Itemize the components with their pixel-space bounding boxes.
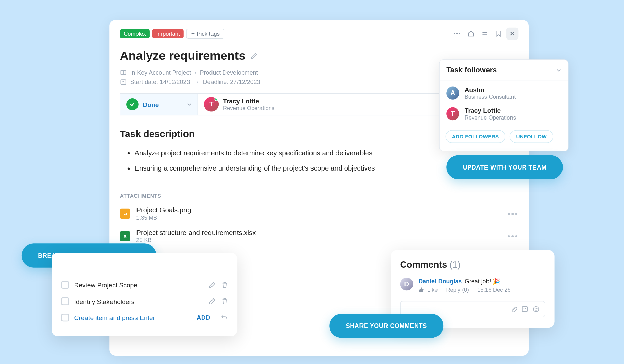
followers-header[interactable]: Task followers (440, 60, 568, 81)
comment-row: D Daniel Douglas Great job! 🎉 Like · Rep… (400, 278, 545, 293)
plus-icon: + (191, 31, 195, 37)
chevron-down-icon (557, 69, 561, 72)
subtask-row: Review Project Scope (61, 277, 228, 293)
callout-update: UPDATE WITH YOUR TEAM (446, 155, 563, 179)
avatar: A (446, 87, 459, 100)
svg-point-8 (525, 308, 526, 309)
trash-icon[interactable] (222, 282, 228, 288)
start-date[interactable]: Start date: 14/12/2023 (130, 78, 190, 85)
collapse-icon[interactable] (479, 28, 491, 40)
reply-button[interactable]: Reply (0) (446, 287, 469, 293)
status-dropdown[interactable]: Done (120, 94, 198, 115)
svg-rect-4 (121, 80, 126, 84)
attachment-more-icon[interactable]: ••• (508, 209, 519, 218)
attachments-label: ATTACHMENTS (120, 193, 518, 199)
chevron-down-icon (187, 103, 192, 106)
tag-complex[interactable]: Complex (120, 29, 150, 38)
breadcrumb-project[interactable]: In Key Account Project (130, 69, 191, 76)
excel-file-icon: X (120, 231, 130, 241)
pick-tags-button[interactable]: + Pick tags (186, 29, 224, 38)
emoji-icon[interactable] (532, 306, 539, 312)
like-button[interactable]: Like (427, 287, 438, 293)
attachment-row[interactable]: X Project structure and requirements.xls… (120, 229, 518, 243)
svg-rect-5 (123, 211, 128, 216)
svg-point-0 (454, 33, 455, 34)
comment-time: 15:16 Dec 26 (477, 287, 511, 293)
subtask-text[interactable]: Review Project Scope (74, 281, 204, 289)
follower-name: Austin (465, 86, 516, 94)
calendar-icon (120, 78, 127, 85)
attachment-row[interactable]: Project Goals.png 1.35 MB ••• (120, 207, 518, 221)
subtask-row: Identify Stakeholders (61, 293, 228, 310)
subtask-text[interactable]: Identify Stakeholders (74, 297, 204, 305)
top-actions (451, 28, 518, 40)
create-subtask-input[interactable]: Create item and press Enter (74, 314, 192, 321)
svg-point-2 (459, 33, 460, 34)
chevron-right-icon: › (195, 69, 197, 76)
task-title[interactable]: Analyze requirements (120, 49, 245, 63)
svg-point-1 (456, 33, 458, 34)
sticker-icon[interactable] (521, 306, 528, 312)
callout-share: SHARE YOUR COMMENTS (329, 314, 443, 338)
unfollow-button[interactable]: UNFOLLOW (509, 130, 553, 143)
edit-icon[interactable] (209, 298, 216, 305)
top-row: Complex Important + Pick tags (120, 28, 518, 40)
more-icon[interactable] (451, 28, 463, 40)
check-circle-icon (126, 98, 139, 110)
tag-important[interactable]: Important (152, 29, 184, 38)
avatar: D (400, 278, 413, 290)
subtask-create-row: Create item and press Enter ADD (61, 310, 228, 326)
arrow-right-icon: → (194, 78, 200, 85)
follower-row[interactable]: T Tracy Lottie Revenue Operations (440, 105, 568, 126)
svg-point-11 (536, 308, 538, 309)
add-followers-button[interactable]: ADD FOLLOWERS (446, 130, 505, 143)
avatar: T (204, 97, 219, 111)
svg-rect-6 (522, 307, 527, 312)
avatar: T (446, 107, 459, 120)
attachment-name: Project Goals.png (136, 207, 501, 214)
thumbs-up-icon[interactable] (418, 287, 424, 293)
comments-title: Comments (1) (400, 259, 545, 270)
edit-title-icon[interactable] (251, 53, 257, 59)
comments-count: (1) (450, 259, 461, 269)
checkbox[interactable] (61, 281, 69, 289)
svg-point-10 (535, 308, 536, 309)
book-icon (120, 69, 127, 76)
checkbox[interactable] (61, 297, 69, 305)
edit-icon[interactable] (209, 282, 216, 288)
follower-role: Business Consultant (465, 94, 516, 100)
close-icon[interactable] (506, 28, 519, 40)
checkbox[interactable] (61, 314, 69, 321)
breadcrumb-section[interactable]: Product Development (200, 69, 258, 76)
attachment-more-icon[interactable]: ••• (508, 232, 519, 241)
subtasks-card: Review Project Scope Identify Stakeholde… (52, 253, 237, 336)
undo-icon[interactable] (221, 314, 228, 321)
comment-text: Great job! 🎉 (465, 278, 500, 284)
attachment-size: 1.35 MB (136, 215, 501, 221)
follower-name: Tracy Lottie (465, 107, 516, 114)
home-icon[interactable] (465, 28, 477, 40)
image-file-icon (120, 209, 130, 219)
deadline[interactable]: Deadline: 27/12/2023 (203, 78, 260, 85)
follower-row[interactable]: A Austin Business Consultant (440, 81, 568, 105)
tags: Complex Important + Pick tags (120, 29, 224, 38)
attach-icon[interactable] (510, 306, 517, 312)
trash-icon[interactable] (222, 298, 228, 305)
followers-title: Task followers (446, 66, 497, 75)
svg-point-7 (524, 308, 525, 309)
assignee-role: Revenue Operations (223, 105, 274, 111)
pick-tags-label: Pick tags (197, 30, 220, 37)
add-subtask-button[interactable]: ADD (197, 314, 210, 321)
bookmark-icon[interactable] (493, 28, 505, 40)
followers-card: Task followers A Austin Business Consult… (439, 59, 568, 151)
svg-point-9 (533, 307, 539, 312)
attachment-name: Project structure and requirements.xlsx (136, 229, 501, 237)
comment-author[interactable]: Daniel Douglas (418, 278, 462, 284)
attachment-size: 25 KB (136, 237, 501, 243)
status-label: Done (143, 101, 159, 108)
follower-role: Revenue Operations (465, 114, 516, 121)
assignee-name: Tracy Lottie (223, 97, 274, 105)
